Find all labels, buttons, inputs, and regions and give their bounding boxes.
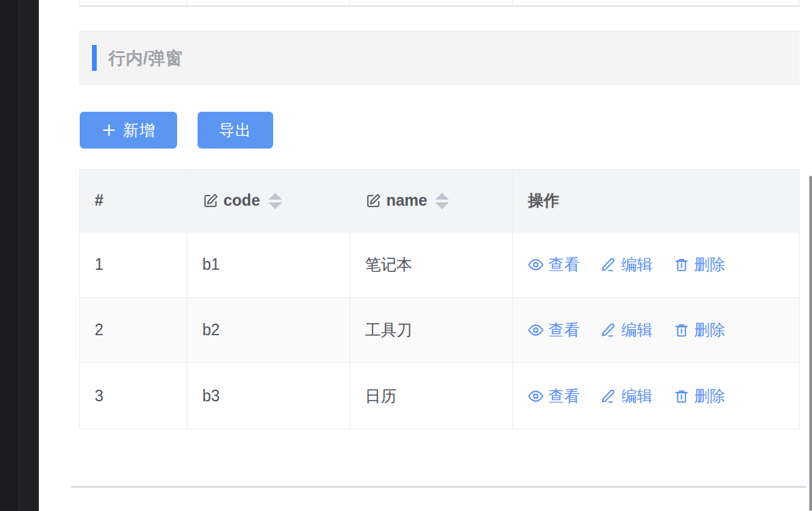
sort-asc-icon[interactable] xyxy=(268,193,282,200)
sort-caret[interactable] xyxy=(268,193,282,209)
cell-actions: 查看 编辑 删除 xyxy=(513,298,799,362)
column-header-actions: 操作 xyxy=(513,170,799,232)
column-label: name xyxy=(386,191,427,210)
column-label: code xyxy=(223,191,260,210)
table-row: 2 b2 工具刀 查看 编辑 删除 xyxy=(80,298,799,363)
partial-cell xyxy=(350,0,513,5)
eye-icon xyxy=(528,388,544,404)
cell-code: b1 xyxy=(187,232,350,297)
cell-name: 工具刀 xyxy=(350,298,513,362)
column-label: 操作 xyxy=(528,190,559,211)
section-accent-bar xyxy=(92,45,97,71)
delete-label: 删除 xyxy=(694,320,725,341)
edit-pen-icon xyxy=(601,388,616,404)
edit-pen-icon xyxy=(601,257,616,273)
edit-label: 编辑 xyxy=(621,386,653,407)
column-header-index: # xyxy=(80,170,187,232)
trash-icon xyxy=(674,257,689,273)
view-link[interactable]: 查看 xyxy=(528,386,580,407)
view-link[interactable]: 查看 xyxy=(528,320,580,341)
edit-label: 编辑 xyxy=(621,254,653,275)
edit-square-icon xyxy=(202,193,219,209)
trash-icon xyxy=(674,322,689,338)
table-row: 1 b1 笔记本 查看 编辑 删除 xyxy=(80,232,799,298)
toolbar: 新增 导出 xyxy=(80,112,273,149)
partial-cell xyxy=(513,0,799,5)
cell-name: 日历 xyxy=(350,363,513,429)
delete-link[interactable]: 删除 xyxy=(674,386,725,407)
cell-actions: 查看 编辑 删除 xyxy=(513,363,799,429)
delete-link[interactable]: 删除 xyxy=(674,320,725,341)
export-button[interactable]: 导出 xyxy=(198,112,273,149)
cell-code: b2 xyxy=(187,298,350,362)
delete-link[interactable]: 删除 xyxy=(674,254,725,275)
edit-square-icon xyxy=(365,193,381,209)
table-header-row: # code name 操作 xyxy=(80,170,799,232)
trash-icon xyxy=(674,388,689,404)
section-divider xyxy=(71,486,806,488)
edit-pen-icon xyxy=(601,322,616,338)
plus-icon xyxy=(102,123,116,138)
column-label: # xyxy=(95,191,104,210)
cell-name: 笔记本 xyxy=(350,232,513,297)
cell-index: 3 xyxy=(80,363,187,429)
vertical-scrollbar[interactable] xyxy=(809,176,812,511)
edit-label: 编辑 xyxy=(621,320,653,341)
cell-code: b3 xyxy=(187,363,350,429)
partial-cell xyxy=(187,0,350,5)
partial-table-above xyxy=(79,0,800,7)
edit-link[interactable]: 编辑 xyxy=(601,386,653,407)
view-label: 查看 xyxy=(548,254,580,275)
cell-actions: 查看 编辑 删除 xyxy=(513,232,799,297)
add-button-label: 新增 xyxy=(123,120,156,141)
partial-cell xyxy=(80,0,187,5)
sort-desc-icon[interactable] xyxy=(435,202,449,209)
column-header-name[interactable]: name xyxy=(350,170,513,232)
cell-index: 1 xyxy=(80,232,187,297)
sort-caret[interactable] xyxy=(435,193,449,209)
section-title: 行内/弹窗 xyxy=(108,47,183,69)
add-button[interactable]: 新增 xyxy=(80,112,177,149)
edit-link[interactable]: 编辑 xyxy=(601,254,653,275)
view-label: 查看 xyxy=(548,386,580,407)
column-header-code[interactable]: code xyxy=(187,170,350,232)
app-sidebar[interactable] xyxy=(0,0,39,511)
app-sidebar-rail[interactable] xyxy=(0,0,19,511)
sort-asc-icon[interactable] xyxy=(435,193,449,200)
view-link[interactable]: 查看 xyxy=(528,254,580,275)
data-table: # code name 操作 1 b1 笔记本 xyxy=(79,169,800,429)
sort-desc-icon[interactable] xyxy=(268,202,282,209)
delete-label: 删除 xyxy=(694,386,725,407)
delete-label: 删除 xyxy=(694,254,725,275)
eye-icon xyxy=(528,322,544,338)
eye-icon xyxy=(528,257,544,273)
edit-link[interactable]: 编辑 xyxy=(601,320,653,341)
section-header: 行内/弹窗 xyxy=(79,31,800,85)
cell-index: 2 xyxy=(80,298,187,362)
view-label: 查看 xyxy=(548,320,580,341)
table-row: 3 b3 日历 查看 编辑 删除 xyxy=(80,363,799,429)
export-button-label: 导出 xyxy=(219,120,252,141)
